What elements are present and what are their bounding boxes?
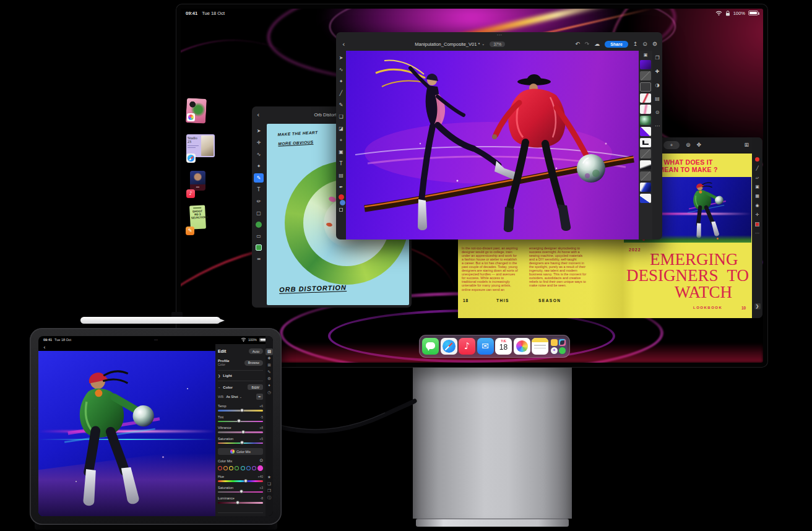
mix-magenta-selected[interactable] <box>257 465 263 471</box>
photo-view[interactable] <box>38 351 215 516</box>
presets-icon[interactable]: ❖ <box>266 355 273 362</box>
grid-tool-icon[interactable]: ▦ <box>755 194 759 199</box>
color-mix-button[interactable]: Color Mix <box>218 448 263 455</box>
safari-badge-icon[interactable] <box>186 153 196 163</box>
redo-icon[interactable]: ↷ <box>585 41 590 47</box>
title-caret-icon[interactable]: ⌄ <box>482 42 485 46</box>
layer-thumbnail[interactable] <box>640 93 651 103</box>
slider-knob[interactable] <box>244 479 248 483</box>
slider-knob[interactable] <box>240 408 244 412</box>
back-icon[interactable]: ‹ <box>257 111 259 118</box>
slider-track[interactable] <box>218 491 263 493</box>
zoom-tool-icon[interactable]: ⌖ <box>336 136 346 145</box>
layer-swatch[interactable] <box>256 244 262 251</box>
layer-thumbnail[interactable] <box>640 171 651 181</box>
cloud-icon[interactable]: ☁ <box>594 41 600 47</box>
preview-icon[interactable]: ⊚ <box>686 142 691 148</box>
grid-view-icon[interactable]: ⊞ <box>744 142 749 148</box>
slider-track[interactable] <box>218 431 263 433</box>
slider-track[interactable] <box>218 502 263 504</box>
properties-icon[interactable]: ❐ <box>655 56 659 61</box>
eraser-tool-icon[interactable]: ◪ <box>336 124 346 133</box>
add-layer-icon[interactable]: ▣ <box>639 53 652 58</box>
wb-value[interactable]: As Shot <box>226 395 238 399</box>
mix-yellow[interactable] <box>229 466 233 470</box>
dock-icon-photos[interactable] <box>514 338 530 355</box>
mix-saturation-slider[interactable]: Saturation+3 <box>218 486 263 493</box>
add-icon[interactable]: ✚ <box>655 69 660 74</box>
healing-icon[interactable]: ✎ <box>266 369 273 376</box>
brush-tool-icon[interactable]: ✎ <box>336 100 346 110</box>
clone-tool-icon[interactable]: ❏ <box>336 112 346 121</box>
settings-icon[interactable]: ⚙ <box>652 41 657 47</box>
music-badge-icon[interactable]: ♪ <box>186 189 195 198</box>
edit-panel-icon[interactable]: ▤ <box>266 348 273 355</box>
document-title[interactable]: Manipulation_Composite_V01 * <box>415 41 480 47</box>
copies-icon[interactable]: ❐ <box>266 488 273 494</box>
dock-icon-music[interactable]: ♪ <box>459 338 475 355</box>
wand-tool-icon[interactable]: ✦ <box>336 77 346 86</box>
versions-icon[interactable]: ◷ <box>266 389 273 396</box>
hue-slider[interactable]: Hue+40 <box>218 475 263 482</box>
bw-button[interactable]: B&W <box>248 384 263 390</box>
more-panel-icon[interactable]: ⋯ <box>655 124 660 129</box>
slider-knob[interactable] <box>240 441 244 444</box>
back-icon[interactable]: ‹ <box>43 345 46 350</box>
settings-tool-icon[interactable]: ≡ <box>254 254 264 264</box>
back-icon[interactable]: ‹ <box>342 41 345 48</box>
mix-green[interactable] <box>235 466 239 470</box>
layer-thumbnail[interactable] <box>640 160 651 170</box>
color-swatch[interactable] <box>256 222 262 228</box>
vibrance-slider[interactable]: Vibrance+8 <box>218 426 263 433</box>
rating-icon[interactable]: ★ <box>266 474 273 481</box>
expand-icon[interactable]: ❯ <box>754 303 761 309</box>
note-sticker[interactable]: SHOOT RD 3 SELECTIONS <box>189 205 206 229</box>
photos-badge-icon[interactable] <box>187 113 195 121</box>
effects-icon[interactable]: ✦ <box>266 382 273 389</box>
line-tool-icon[interactable]: ╱ <box>336 88 346 98</box>
eyedropper-tool-icon[interactable]: ✒ <box>336 183 346 192</box>
dock-icon-calendar[interactable]: TUE 18 <box>495 338 512 355</box>
photoshop-titlebar[interactable]: ‹ Manipulation_Composite_V01 * ⌄ 37% ↶ ↷… <box>336 37 662 51</box>
type-tool-icon[interactable]: T <box>336 159 346 168</box>
notes-badge-icon[interactable]: ✎ <box>186 227 194 235</box>
mix-aqua[interactable] <box>241 466 245 470</box>
mix-orange[interactable] <box>223 466 228 470</box>
record-icon[interactable] <box>755 157 759 162</box>
node-tool-icon[interactable]: ▱ <box>756 176 759 180</box>
layer-thumbnail[interactable] <box>640 60 651 69</box>
brush-tool-icon[interactable]: ✎ <box>254 173 264 183</box>
slider-track[interactable] <box>218 421 263 423</box>
lasso-tool-icon[interactable]: ∿ <box>254 150 264 159</box>
undo-icon[interactable]: ↶ <box>575 41 580 47</box>
slider-knob[interactable] <box>237 419 241 423</box>
mix-purple[interactable] <box>252 466 256 470</box>
mix-red[interactable] <box>218 466 222 470</box>
white-balance-row[interactable]: WB: As Shot ⌄ ✒ <box>218 394 263 400</box>
color-section-row[interactable]: ⌄ Color B&W <box>218 384 263 390</box>
slider-knob[interactable] <box>241 430 245 434</box>
layer-thumbnail[interactable] <box>640 71 651 80</box>
comments-icon[interactable]: ⊙ <box>642 41 647 47</box>
dock-icon-messages[interactable] <box>422 338 439 355</box>
comments-panel-icon[interactable]: ⊙ <box>655 110 660 115</box>
shapes-tool-icon[interactable]: ▢ <box>254 209 264 218</box>
lasso-tool-icon[interactable]: ∿ <box>336 65 346 74</box>
pen-tool-icon[interactable]: ╱ <box>756 166 758 171</box>
layer-thumbnail[interactable] <box>640 105 651 114</box>
luminance-slider[interactable]: Luminance-8 <box>218 496 263 504</box>
dock-icon-safari[interactable] <box>441 338 457 355</box>
zoom-level-badge[interactable]: 37% <box>490 41 505 47</box>
dock-icon-notes[interactable] <box>532 338 548 355</box>
dock-icon-mail[interactable]: ✉ <box>477 338 494 355</box>
light-section-row[interactable]: ❯ Light <box>218 374 263 378</box>
photoshop-canvas[interactable] <box>346 51 639 240</box>
layer-thumbnail[interactable] <box>640 194 651 203</box>
eyedropper-button[interactable]: ✒ <box>256 394 263 400</box>
info-icon[interactable]: ⓘ <box>266 494 273 501</box>
foreground-color-swatch[interactable] <box>339 194 344 200</box>
zoom-tool-button[interactable]: ⌖ <box>663 141 680 149</box>
slider-knob[interactable] <box>236 501 240 504</box>
pencil-tool-icon[interactable]: ✏ <box>254 197 264 206</box>
gradient-tool-icon[interactable]: ▤ <box>336 171 346 180</box>
